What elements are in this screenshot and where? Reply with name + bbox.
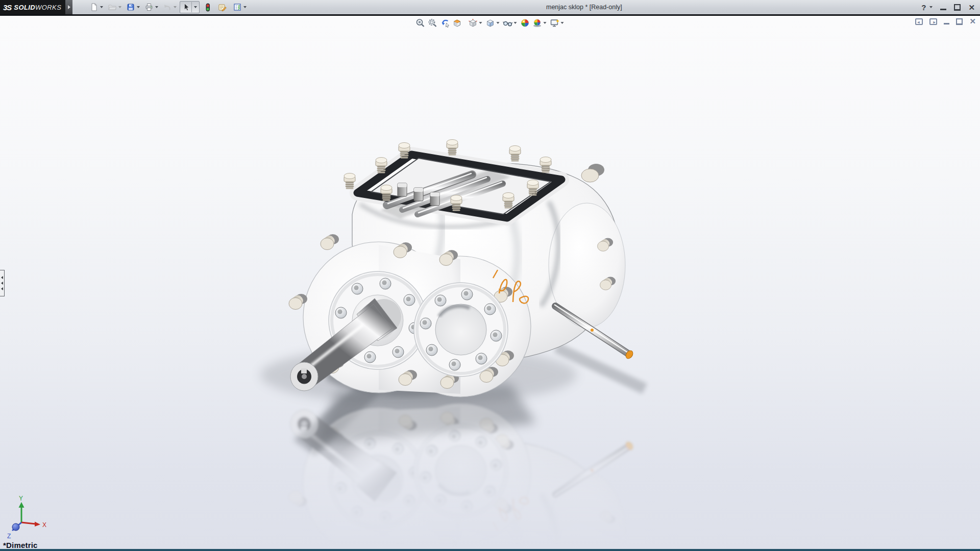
edit-note-button[interactable] (216, 2, 228, 13)
triad-y-label: Y (19, 495, 23, 502)
previous-view-icon (440, 18, 450, 28)
window-controls: ? ✕ (921, 0, 975, 14)
new-document-button[interactable] (88, 2, 100, 13)
print-dropdown-caret[interactable] (155, 6, 158, 8)
triad-z-label: Z (7, 533, 11, 540)
hide-show-items-caret[interactable] (514, 22, 517, 24)
display-style-cube-icon (486, 18, 495, 28)
view-settings-caret[interactable] (561, 22, 564, 24)
minimize-icon (940, 9, 946, 10)
select-button[interactable] (180, 2, 191, 13)
apply-scene-icon (533, 18, 542, 28)
graphics-area[interactable]: Y X Z (0, 16, 980, 551)
traffic-light-button[interactable] (202, 2, 213, 13)
section-view-button[interactable] (451, 17, 463, 29)
view-orientation-label: *Dimetric (3, 541, 38, 549)
menu-expand-button[interactable] (65, 0, 72, 14)
undo-dropdown-caret (174, 6, 177, 8)
status-bar-edge (0, 549, 980, 551)
print-button[interactable] (143, 2, 155, 13)
zoom-to-fit-button[interactable] (414, 17, 427, 29)
eyeglasses-icon (503, 18, 513, 28)
options-checklist-icon (233, 3, 241, 11)
select-tool-group (180, 1, 200, 13)
document-restore-button[interactable] (956, 19, 963, 24)
document-restore-icon (956, 19, 963, 24)
save-icon (127, 3, 135, 11)
save-button[interactable] (125, 2, 136, 13)
help-dropdown-caret[interactable] (929, 6, 933, 8)
feature-manager-collapsed-tab[interactable] (0, 270, 5, 296)
select-arrow-icon (182, 3, 190, 11)
view-orientation-button[interactable] (467, 17, 479, 29)
chevron-right-icon (68, 5, 70, 9)
open-dropdown-caret (118, 6, 121, 8)
appearance-ball-icon (521, 18, 530, 28)
window-title: menjac sklop * [Read-only] (546, 0, 622, 14)
print-icon (145, 3, 153, 11)
options-button[interactable] (231, 2, 243, 13)
new-document-icon (90, 3, 98, 11)
solidworks-window: 3S SOLIDWORKS (0, 0, 980, 551)
options-dropdown-caret[interactable] (243, 6, 247, 8)
close-button[interactable]: ✕ (968, 4, 975, 11)
document-minimize-icon (944, 23, 949, 24)
ds-logo-icon: 3S (3, 3, 11, 12)
hide-show-items-button[interactable] (502, 17, 514, 29)
pane-left-icon: ◂ (915, 18, 923, 25)
document-window-controls: ◂ ▸ ✕ (915, 17, 976, 26)
view-settings-monitor-icon (550, 18, 559, 28)
traffic-light-icon (204, 3, 212, 12)
zoom-to-area-icon (428, 18, 437, 28)
section-view-icon (453, 18, 462, 28)
triangle-left-icon (1, 282, 3, 285)
restore-icon (954, 5, 961, 10)
pane-left-button[interactable]: ◂ (915, 18, 923, 25)
display-style-caret[interactable] (497, 22, 500, 24)
select-divider (191, 2, 192, 12)
triangle-left-icon (1, 287, 3, 290)
new-dropdown-caret[interactable] (100, 6, 103, 8)
brand-solid: SOLID (14, 4, 35, 11)
view-orientation-cube-icon (469, 18, 478, 28)
view-orientation-caret[interactable] (479, 22, 482, 24)
pane-right-button[interactable]: ▸ (929, 18, 937, 25)
gearbox-3d-model[interactable]: Y X Z (0, 16, 980, 551)
apply-scene-caret[interactable] (544, 22, 547, 24)
triad-x-label: X (42, 521, 46, 529)
model-reflection (289, 404, 634, 551)
edit-note-icon (218, 3, 227, 11)
open-button[interactable] (106, 2, 118, 13)
main-toolbar (88, 0, 250, 14)
reference-triad: Y X Z (7, 495, 46, 540)
document-close-button[interactable]: ✕ (969, 17, 976, 26)
triangle-left-icon (1, 276, 3, 279)
brand-works: WORKS (35, 4, 61, 11)
document-minimize-button[interactable] (944, 19, 949, 24)
open-folder-icon (108, 3, 116, 11)
select-dropdown-caret[interactable] (194, 6, 197, 8)
zoom-to-area-button[interactable] (427, 17, 439, 29)
display-style-button[interactable] (484, 17, 497, 29)
previous-view-button[interactable] (439, 17, 451, 29)
zoom-to-fit-icon (416, 18, 425, 28)
undo-button[interactable] (161, 2, 173, 13)
minimize-button[interactable] (940, 5, 946, 10)
edit-appearance-button[interactable] (519, 17, 531, 29)
apply-scene-button[interactable] (531, 17, 544, 29)
save-dropdown-caret[interactable] (137, 6, 140, 8)
view-settings-button[interactable] (549, 17, 561, 29)
undo-icon (163, 3, 172, 11)
restore-button[interactable] (954, 5, 961, 10)
solidworks-logo: 3S SOLIDWORKS (0, 0, 65, 14)
help-button[interactable]: ? (921, 4, 926, 11)
title-bar: 3S SOLIDWORKS (0, 0, 980, 14)
heads-up-view-toolbar (414, 17, 566, 29)
pane-right-icon: ▸ (929, 18, 937, 25)
